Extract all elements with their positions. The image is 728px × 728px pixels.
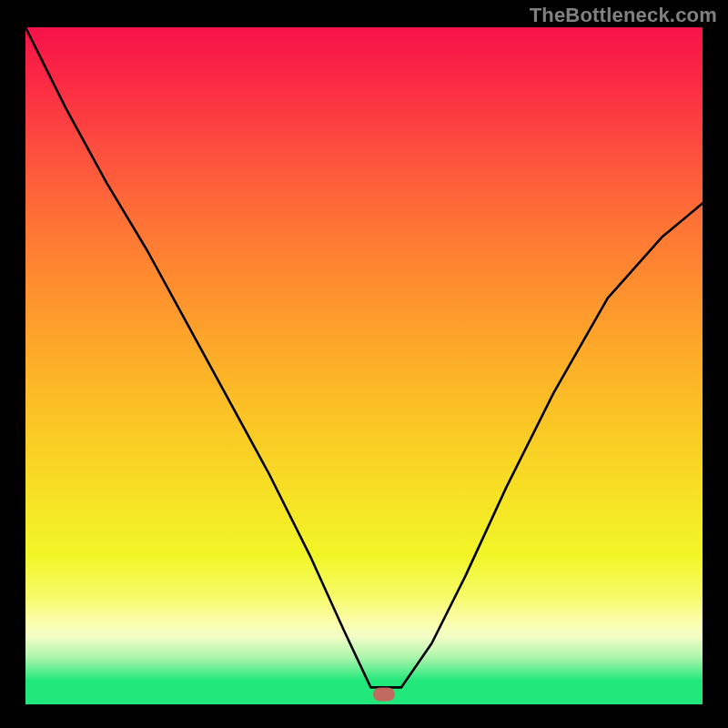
bottleneck-curve <box>25 27 703 704</box>
plot-area <box>25 27 703 704</box>
optimal-point-marker <box>373 687 395 701</box>
attribution-text: TheBottleneck.com <box>530 4 717 27</box>
